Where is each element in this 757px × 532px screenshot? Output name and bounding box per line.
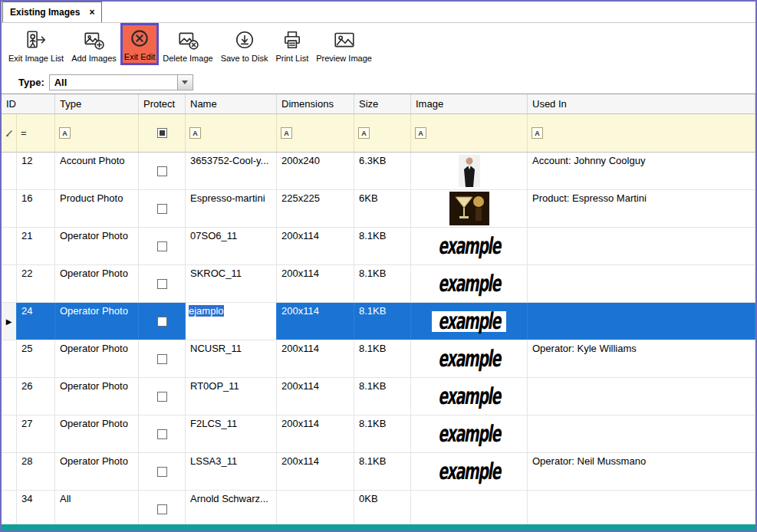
preview-image-button[interactable]: Preview Image xyxy=(312,25,376,64)
type-dropdown[interactable]: All xyxy=(49,74,193,90)
protect-filter-checkbox[interactable] xyxy=(157,128,167,138)
cell-type: All xyxy=(55,491,139,524)
row-selector[interactable] xyxy=(2,190,17,227)
column-header-size[interactable]: Size xyxy=(354,94,411,113)
exit-edit-button[interactable]: Exit Edit xyxy=(120,23,159,65)
protect-checkbox[interactable] xyxy=(157,504,167,514)
name-edit-input[interactable]: ejamplo xyxy=(186,303,276,340)
table-row[interactable]: ▶24Operator Photoejamplo200x1148.1KBexam… xyxy=(2,303,755,340)
column-header-protect[interactable]: Protect xyxy=(139,94,186,113)
row-selector[interactable] xyxy=(2,228,17,264)
row-selector[interactable] xyxy=(2,153,17,189)
protect-checkbox[interactable] xyxy=(157,279,167,289)
equals-operator-icon[interactable]: = xyxy=(21,127,27,139)
delete-image-icon xyxy=(176,27,200,53)
example-image: example xyxy=(432,311,506,332)
column-header-id[interactable]: ID xyxy=(2,94,55,113)
cell-size: 6KB xyxy=(354,190,411,227)
row-selector[interactable]: ▶ xyxy=(2,303,17,340)
cell-image: example xyxy=(411,265,528,302)
exit-image-list-button[interactable]: Exit Image List xyxy=(5,25,67,64)
cell-name[interactable]: 07SO6_11 xyxy=(186,228,277,264)
table-row[interactable]: 34AllArnold Schwarz...0KB xyxy=(2,491,755,524)
table-row[interactable]: 25Operator PhotoNCUSR_11200x1148.1KBexam… xyxy=(2,340,755,378)
table-row[interactable]: 26Operator PhotoRT0OP_11200x1148.1KBexam… xyxy=(2,378,755,415)
type-dropdown-button[interactable] xyxy=(177,75,193,90)
filter-used-in[interactable]: A xyxy=(528,114,755,152)
add-images-button[interactable]: Add Images xyxy=(67,25,120,64)
cell-dimensions: 200x114 xyxy=(277,415,354,452)
column-header-image[interactable]: Image xyxy=(411,94,528,113)
cell-name[interactable]: Arnold Schwarz... xyxy=(186,491,277,524)
table-row[interactable]: 16Product PhotoEspresso-martini225x2256K… xyxy=(2,190,755,228)
row-selector[interactable] xyxy=(2,378,17,415)
cell-protect xyxy=(139,340,186,377)
cell-size: 8.1KB xyxy=(354,228,411,264)
filter-name[interactable]: A xyxy=(186,114,277,152)
table-row[interactable]: 27Operator PhotoF2LCS_11200x1148.1KBexam… xyxy=(2,415,755,453)
cell-dimensions: 200x114 xyxy=(277,228,354,264)
cell-id: 27 xyxy=(17,415,55,452)
example-image-text: example xyxy=(438,232,500,261)
text-filter-icon[interactable]: A xyxy=(415,127,426,139)
cell-size: 8.1KB xyxy=(354,415,411,452)
column-header-type[interactable]: Type xyxy=(55,94,139,113)
row-selector[interactable] xyxy=(2,491,17,524)
print-list-button[interactable]: Print List xyxy=(272,25,312,64)
column-header-dimensions[interactable]: Dimensions xyxy=(277,94,354,113)
cell-name[interactable]: Espresso-martini xyxy=(186,190,277,227)
filter-size[interactable]: A xyxy=(354,114,411,152)
filter-dimensions[interactable]: A xyxy=(277,114,354,152)
cell-name[interactable]: F2LCS_11 xyxy=(186,415,277,452)
table-row[interactable]: 21Operator Photo07SO6_11200x1148.1KBexam… xyxy=(2,228,755,265)
row-selector[interactable] xyxy=(2,265,17,302)
protect-checkbox[interactable] xyxy=(157,204,167,214)
text-filter-icon[interactable]: A xyxy=(59,127,71,139)
text-filter-icon[interactable]: A xyxy=(358,127,370,139)
column-header-name[interactable]: Name xyxy=(186,94,277,113)
tab-close-icon[interactable]: × xyxy=(89,8,94,17)
cell-name[interactable]: ejamplo xyxy=(186,303,277,340)
filter-protect[interactable] xyxy=(139,114,186,152)
save-to-disk-icon xyxy=(232,27,257,53)
cell-name[interactable]: 3653752-Cool-y... xyxy=(186,153,277,189)
example-image: example xyxy=(432,236,506,257)
tab-existing-images[interactable]: Existing Images × xyxy=(2,2,102,22)
protect-checkbox[interactable] xyxy=(157,429,167,439)
table-row[interactable]: 28Operator PhotoLSSA3_11200x1148.1KBexam… xyxy=(2,453,755,491)
cell-dimensions: 225x225 xyxy=(277,190,354,227)
protect-checkbox[interactable] xyxy=(157,241,167,251)
filter-selector-cell[interactable] xyxy=(2,114,17,152)
cell-name[interactable]: RT0OP_11 xyxy=(186,378,277,415)
cell-name[interactable]: SKROC_11 xyxy=(186,265,277,302)
protect-checkbox[interactable] xyxy=(157,166,167,176)
cell-used-in: Product: Espresso Martini xyxy=(528,190,755,227)
text-filter-icon[interactable]: A xyxy=(281,127,292,139)
table-row[interactable]: 12Account Photo3653752-Cool-y...200x2406… xyxy=(2,153,755,190)
protect-checkbox[interactable] xyxy=(157,354,167,364)
table-row[interactable]: 22Operator PhotoSKROC_11200x1148.1KBexam… xyxy=(2,265,755,303)
column-header-used-in[interactable]: Used In xyxy=(528,94,755,113)
cell-type: Operator Photo xyxy=(55,415,139,452)
text-filter-icon[interactable]: A xyxy=(532,127,543,139)
protect-checkbox[interactable] xyxy=(157,392,167,402)
cell-id: 24 xyxy=(17,303,55,340)
filter-id[interactable]: = xyxy=(17,114,55,152)
filter-type[interactable]: A xyxy=(55,114,139,152)
cell-protect xyxy=(139,378,186,415)
cell-used-in xyxy=(528,378,755,415)
delete-image-button[interactable]: Delete Image xyxy=(159,25,216,64)
cell-type: Operator Photo xyxy=(55,265,139,302)
protect-checkbox[interactable] xyxy=(157,317,167,327)
row-selector[interactable] xyxy=(2,415,17,452)
filter-image[interactable]: A xyxy=(411,114,528,152)
example-image: example xyxy=(432,461,506,482)
row-selector[interactable] xyxy=(2,453,17,490)
cell-protect xyxy=(139,153,186,189)
save-to-disk-button[interactable]: Save to Disk xyxy=(217,25,272,64)
cell-name[interactable]: LSSA3_11 xyxy=(186,453,277,490)
text-filter-icon[interactable]: A xyxy=(189,127,201,139)
row-selector[interactable] xyxy=(2,340,17,377)
protect-checkbox[interactable] xyxy=(157,467,167,477)
cell-name[interactable]: NCUSR_11 xyxy=(186,340,277,377)
